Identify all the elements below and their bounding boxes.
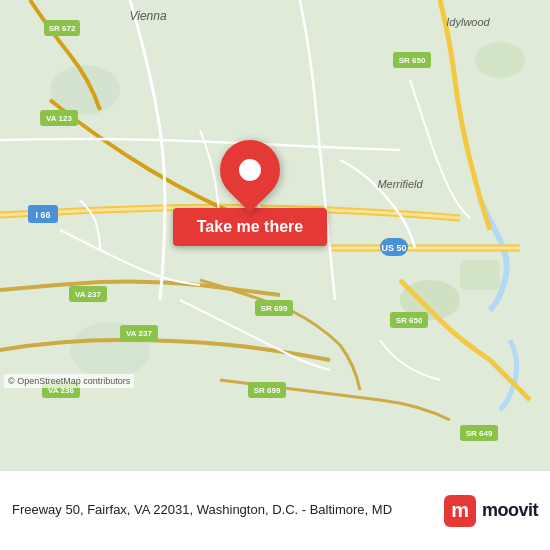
svg-rect-2 [460, 260, 500, 290]
svg-text:Merrifield: Merrifield [377, 178, 423, 190]
svg-text:SR 649: SR 649 [466, 429, 493, 438]
svg-text:SR 650: SR 650 [396, 316, 423, 325]
svg-text:SR 699: SR 699 [254, 386, 281, 395]
svg-text:Vienna: Vienna [129, 9, 166, 23]
svg-text:VA 123: VA 123 [46, 114, 72, 123]
map-container: I 66 US 50 SR 672 VA 123 VA 237 VA 237 V… [0, 0, 550, 470]
copyright-text: © OpenStreetMap contributors [4, 374, 134, 388]
svg-text:Idylwood: Idylwood [446, 16, 490, 28]
take-me-there-button[interactable]: Take me there [173, 208, 327, 246]
moovit-logo: m moovit [444, 495, 538, 527]
svg-text:US 50: US 50 [381, 243, 406, 253]
app: I 66 US 50 SR 672 VA 123 VA 237 VA 237 V… [0, 0, 550, 550]
moovit-logo-text: moovit [482, 500, 538, 521]
address-text: Freeway 50, Fairfax, VA 22031, Washingto… [12, 501, 444, 519]
svg-text:SR 650: SR 650 [399, 56, 426, 65]
button-overlay: Take me there [140, 140, 360, 246]
svg-text:SR 672: SR 672 [49, 24, 76, 33]
svg-text:VA 237: VA 237 [75, 290, 101, 299]
svg-text:SR 699: SR 699 [261, 304, 288, 313]
info-bar: Freeway 50, Fairfax, VA 22031, Washingto… [0, 470, 550, 550]
svg-text:I 66: I 66 [35, 210, 50, 220]
svg-text:VA 237: VA 237 [126, 329, 152, 338]
moovit-icon: m [444, 495, 476, 527]
svg-point-3 [475, 42, 525, 78]
location-pin [208, 128, 293, 213]
